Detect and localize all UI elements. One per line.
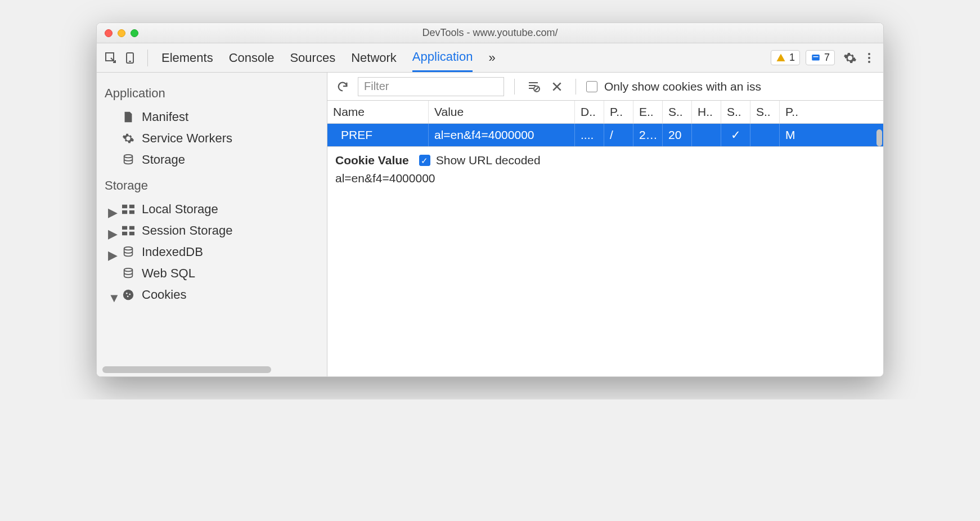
titlebar: DevTools - www.youtube.com/ <box>97 23 883 43</box>
messages-badge[interactable]: 7 <box>806 50 835 65</box>
url-decoded-checkbox[interactable]: ✓ <box>419 155 430 166</box>
chevron-right-icon[interactable]: ▶ <box>108 205 118 220</box>
th-httponly[interactable]: H.. <box>692 101 721 123</box>
settings-icon[interactable] <box>842 50 858 66</box>
sidebar-item-storage[interactable]: Storage <box>97 149 327 170</box>
svg-point-17 <box>124 247 133 250</box>
close-icon[interactable] <box>549 78 565 95</box>
svg-point-18 <box>124 268 133 272</box>
sidebar-item-label: Cookies <box>142 288 186 302</box>
svg-line-27 <box>535 87 538 91</box>
filter-input[interactable] <box>358 77 504 96</box>
sidebar-item-manifest[interactable]: Manifest <box>97 106 327 128</box>
th-priority[interactable]: P.. <box>780 101 809 123</box>
sidebar-item-label: Web SQL <box>142 266 195 281</box>
svg-point-20 <box>126 293 128 294</box>
svg-point-8 <box>124 155 133 158</box>
sidebar-heading-application: Application <box>97 78 327 106</box>
svg-rect-9 <box>122 205 127 208</box>
sidebar-item-service-workers[interactable]: Service Workers <box>97 128 327 149</box>
warnings-count: 1 <box>789 52 795 64</box>
separator <box>147 50 148 66</box>
content-area: Application Manifest Service Workers Sto… <box>97 73 883 376</box>
database-icon <box>122 267 135 280</box>
cookie-detail: Cookie Value ✓ Show URL decoded al=en&f4… <box>327 146 883 376</box>
svg-point-19 <box>123 290 133 300</box>
sidebar-item-label: IndexedDB <box>142 245 203 259</box>
svg-point-6 <box>868 57 870 59</box>
svg-rect-12 <box>129 210 134 214</box>
horizontal-scrollbar[interactable] <box>102 366 271 373</box>
sidebar-item-label: Session Storage <box>142 223 232 238</box>
chevron-right-icon[interactable]: ▶ <box>108 248 118 263</box>
th-expires[interactable]: E.. <box>633 101 663 123</box>
table-body: PREF al=en&f4=4000000 .... / 2… 20 ✓ M <box>327 124 883 146</box>
th-secure[interactable]: S.. <box>721 101 750 123</box>
chevron-down-icon[interactable]: ▼ <box>108 291 120 306</box>
tab-elements[interactable]: Elements <box>161 43 213 72</box>
th-path[interactable]: P.. <box>604 101 633 123</box>
sidebar-item-websql[interactable]: Web SQL <box>97 263 327 284</box>
chevron-right-icon[interactable]: ▶ <box>108 227 118 241</box>
more-menu-icon[interactable] <box>861 50 878 66</box>
sidebar-item-indexeddb[interactable]: IndexedDB <box>97 241 327 263</box>
td-size: 20 <box>663 124 692 146</box>
svg-point-22 <box>127 295 129 297</box>
sidebar-item-label: Storage <box>142 152 185 167</box>
minimize-window-button[interactable] <box>118 29 125 37</box>
td-samesite <box>750 124 780 146</box>
svg-rect-3 <box>812 55 820 61</box>
grid-icon <box>122 224 135 237</box>
inspect-icon[interactable] <box>102 50 119 66</box>
th-samesite[interactable]: S.. <box>750 101 780 123</box>
main-panel: Only show cookies with an iss Name Value… <box>327 73 883 376</box>
th-size[interactable]: S.. <box>663 101 692 123</box>
close-window-button[interactable] <box>105 29 113 37</box>
sidebar-item-session-storage[interactable]: Session Storage <box>97 220 327 241</box>
clear-filter-icon[interactable] <box>525 78 542 95</box>
tab-network[interactable]: Network <box>351 43 397 72</box>
table-row[interactable]: PREF al=en&f4=4000000 .... / 2… 20 ✓ M <box>327 124 883 146</box>
th-name[interactable]: Name <box>327 101 429 123</box>
messages-count: 7 <box>824 52 830 64</box>
td-path: / <box>604 124 633 146</box>
warnings-badge[interactable]: 1 <box>771 50 800 65</box>
status-badges: 1 7 <box>771 50 835 65</box>
separator <box>514 79 515 95</box>
td-expires: 2… <box>633 124 663 146</box>
sidebar-heading-storage: Storage <box>97 170 327 199</box>
tabs-overflow[interactable]: » <box>488 43 495 72</box>
svg-point-21 <box>129 294 131 295</box>
only-issues-checkbox[interactable] <box>586 81 597 92</box>
tab-console[interactable]: Console <box>229 43 275 72</box>
url-decoded-label: Show URL decoded <box>436 154 541 167</box>
zoom-window-button[interactable] <box>131 29 138 37</box>
database-icon <box>122 153 135 167</box>
device-toggle-icon[interactable] <box>122 50 138 66</box>
cookie-value-label: Cookie Value <box>335 154 409 167</box>
table-header: Name Value D.. P.. E.. S.. H.. S.. S.. P… <box>327 101 883 124</box>
only-issues-label: Only show cookies with an iss <box>604 80 761 93</box>
separator <box>576 79 576 95</box>
main-toolbar: Only show cookies with an iss <box>327 73 883 101</box>
grid-icon <box>122 203 135 216</box>
warning-icon <box>776 53 786 63</box>
th-value[interactable]: Value <box>429 101 575 123</box>
th-domain[interactable]: D.. <box>575 101 604 123</box>
window-controls <box>105 29 138 37</box>
file-icon <box>122 110 135 124</box>
refresh-icon[interactable] <box>334 78 351 95</box>
cookie-icon <box>122 288 135 302</box>
devtools-window: DevTools - www.youtube.com/ Elements Con… <box>96 23 884 377</box>
tab-application[interactable]: Application <box>412 43 473 72</box>
svg-rect-15 <box>122 232 127 235</box>
sidebar-item-local-storage[interactable]: Local Storage <box>97 199 327 220</box>
td-value: al=en&f4=4000000 <box>429 124 575 146</box>
svg-rect-10 <box>129 205 134 208</box>
sidebar-item-cookies[interactable]: Cookies <box>97 284 327 306</box>
tab-sources[interactable]: Sources <box>290 43 335 72</box>
vertical-scrollbar[interactable] <box>876 129 882 146</box>
svg-rect-13 <box>122 226 127 230</box>
window-title: DevTools - www.youtube.com/ <box>97 27 883 39</box>
svg-rect-16 <box>129 232 134 235</box>
